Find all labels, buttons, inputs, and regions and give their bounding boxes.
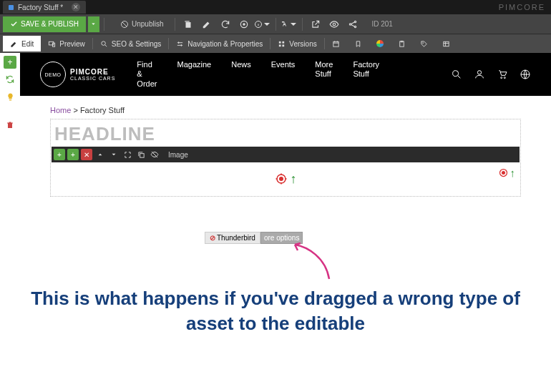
svg-point-2 xyxy=(243,23,245,24)
svg-point-10 xyxy=(102,41,106,45)
calendar-icon xyxy=(332,40,340,48)
nav-news[interactable]: News xyxy=(231,60,251,89)
nav-find[interactable]: Find & Order xyxy=(137,60,157,89)
svg-point-7 xyxy=(355,26,356,27)
translate-icon xyxy=(281,19,289,29)
mode-edit-tab[interactable]: Edit xyxy=(3,36,41,52)
trash-icon xyxy=(6,121,14,129)
expand-icon xyxy=(124,151,132,159)
share-button[interactable] xyxy=(344,16,361,33)
block-visibility-button[interactable] xyxy=(149,149,160,160)
rename-button[interactable] xyxy=(198,16,215,33)
svg-rect-11 xyxy=(279,41,281,43)
logo-mark-icon: DEMO xyxy=(40,62,66,87)
breadcrumb-home[interactable]: Home xyxy=(50,106,71,114)
breadcrumb-current: Factory Stuff xyxy=(80,106,125,114)
clipboard-icon xyxy=(398,40,406,48)
svg-point-19 xyxy=(453,71,459,77)
info-icon xyxy=(254,19,263,29)
sidebar-hint-button[interactable] xyxy=(4,90,16,103)
translate-button[interactable] xyxy=(281,16,298,33)
drop-target-icon xyxy=(275,172,288,185)
svg-rect-18 xyxy=(444,41,449,46)
analytics-button[interactable] xyxy=(369,36,391,52)
svg-point-26 xyxy=(279,177,283,181)
nav-events[interactable]: Events xyxy=(271,60,296,89)
block-add-before-button[interactable]: + xyxy=(54,149,65,160)
grid-icon xyxy=(442,40,450,48)
upload-arrow-icon: ↑ xyxy=(291,172,297,187)
devices-icon xyxy=(48,40,56,48)
mode-nav-tab[interactable]: Navigation & Properties xyxy=(169,36,270,52)
drag-item-name: Thunderbird xyxy=(217,234,255,242)
preview-eye-button[interactable] xyxy=(326,16,343,33)
drop-target-icon xyxy=(498,167,509,178)
bookmark-icon xyxy=(354,40,362,48)
open-button[interactable] xyxy=(307,16,324,33)
svg-point-4 xyxy=(333,23,336,26)
reload-icon xyxy=(220,19,230,29)
headline-editable[interactable]: HEADLINE xyxy=(52,120,520,147)
sliders-icon xyxy=(176,40,184,48)
pencil-icon xyxy=(202,19,212,29)
close-icon[interactable]: ✕ xyxy=(72,3,80,11)
sidebar-delete-button[interactable] xyxy=(4,119,16,132)
svg-rect-12 xyxy=(283,41,285,43)
chevron-down-icon xyxy=(90,21,97,27)
site-logo[interactable]: DEMO PIMCORE CLASSIC CARS xyxy=(40,62,115,87)
image-dropzone[interactable]: ↑ ↑ xyxy=(52,162,520,195)
upload-arrow-icon: ↑ xyxy=(510,167,516,179)
check-icon xyxy=(10,20,18,28)
reload-button[interactable] xyxy=(217,16,234,33)
save-publish-dropdown[interactable] xyxy=(88,16,99,32)
block-expand-button[interactable] xyxy=(122,149,133,160)
svg-rect-14 xyxy=(283,44,285,46)
delete-button[interactable] xyxy=(180,16,197,33)
cycle-icon xyxy=(5,74,15,84)
notes-button[interactable] xyxy=(391,36,413,52)
annotation-arrow-icon xyxy=(286,236,343,286)
block-move-down-button[interactable] xyxy=(108,149,120,160)
chevron-up-icon xyxy=(97,151,104,158)
mode-versions-tab[interactable]: Versions xyxy=(270,36,323,52)
nav-magazine[interactable]: Magazine xyxy=(177,60,211,89)
svg-point-6 xyxy=(355,21,356,22)
schedule-button[interactable] xyxy=(325,36,347,52)
info-button[interactable] xyxy=(254,16,271,33)
block-add-after-button[interactable]: + xyxy=(67,149,79,160)
search-icon xyxy=(100,40,108,48)
nav-more[interactable]: More Stuff xyxy=(315,60,333,89)
mode-seo-tab[interactable]: SEO & Settings xyxy=(93,36,168,52)
unpublish-button[interactable]: Unpublish xyxy=(113,16,170,32)
external-icon xyxy=(311,19,321,29)
tag-icon xyxy=(420,40,428,48)
svg-rect-13 xyxy=(279,44,281,46)
svg-point-21 xyxy=(501,77,502,79)
document-tab[interactable]: Factory Stuff * ✕ xyxy=(3,1,86,14)
user-icon[interactable] xyxy=(474,69,485,80)
mode-preview-tab[interactable]: Preview xyxy=(41,36,92,52)
block-move-up-button[interactable] xyxy=(94,149,106,160)
copy-icon xyxy=(137,151,145,159)
dot-indicator-icon xyxy=(376,40,384,47)
trash-icon xyxy=(183,19,193,29)
svg-point-5 xyxy=(350,23,351,24)
tags-button[interactable] xyxy=(413,36,435,52)
breadcrumb: Home > Factory Stuff xyxy=(20,96,551,119)
nav-factory[interactable]: Factory Stuff xyxy=(353,60,379,89)
pencil-icon xyxy=(10,40,18,48)
save-publish-button[interactable]: SAVE & PUBLISH xyxy=(3,16,86,32)
tab-title: Factory Stuff * xyxy=(18,4,63,11)
eye-icon xyxy=(329,19,339,29)
block-remove-button[interactable]: ✕ xyxy=(81,149,92,160)
search-icon[interactable] xyxy=(451,69,462,80)
brand-label: PIMCORE xyxy=(499,3,548,11)
bookmark-button[interactable] xyxy=(347,36,369,52)
workflow-button[interactable] xyxy=(435,36,457,52)
block-copy-button[interactable] xyxy=(135,149,147,160)
cart-icon[interactable] xyxy=(497,69,508,80)
sidebar-add-button[interactable]: + xyxy=(4,56,16,69)
sidebar-refresh-button[interactable] xyxy=(4,73,16,86)
show-button[interactable] xyxy=(235,16,253,33)
globe-icon[interactable] xyxy=(520,69,531,80)
